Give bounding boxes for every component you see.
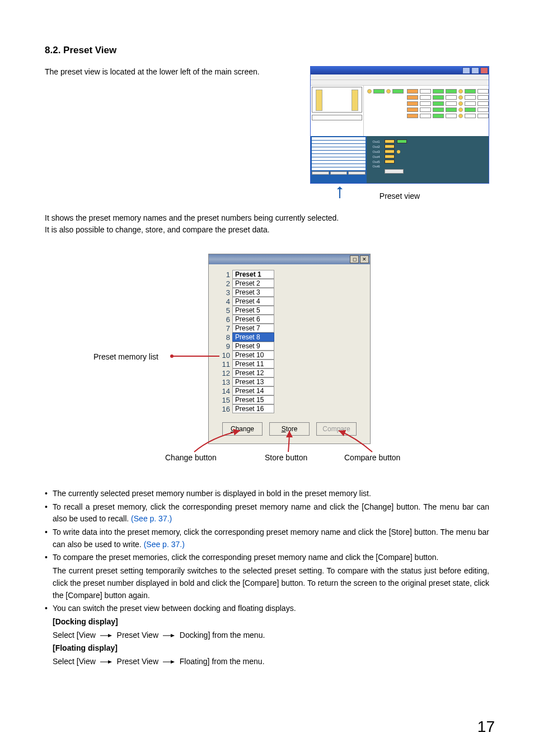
preset-list-row[interactable]: 15Preset 15	[220, 395, 362, 404]
preset-list-row[interactable]: 12Preset 12	[220, 368, 362, 377]
desc-line-2: It is also possible to change, store, an…	[45, 224, 489, 236]
preset-list-row[interactable]: 14Preset 14	[220, 386, 362, 395]
preset-name[interactable]: Preset 12	[232, 368, 274, 377]
arrow-right-icon	[100, 633, 113, 638]
bullet-4: To compare the preset memories, click th…	[53, 552, 489, 564]
preset-list-row[interactable]: 16Preset 16	[220, 404, 362, 413]
bullet-3: To write data into the preset memory, cl…	[53, 526, 489, 550]
preset-list-row[interactable]: 5Preset 5	[220, 306, 362, 315]
preset-number: 3	[220, 288, 230, 297]
bullet-dot: •	[45, 501, 53, 525]
floating-display-label: [Floating display]	[53, 643, 118, 652]
preset-number: 4	[220, 297, 230, 306]
bullet-dot: •	[45, 552, 53, 564]
label-compare-button: Compare button	[344, 453, 400, 462]
preset-list-row[interactable]: 1Preset 1	[220, 270, 362, 279]
preset-window-titlebar: ◻ ✕	[209, 254, 370, 264]
bullet-2: To recall a preset memory, click the cor…	[53, 501, 489, 525]
preset-list-row[interactable]: 2Preset 2	[220, 279, 362, 288]
preset-number: 11	[220, 360, 230, 368]
preset-name[interactable]: Preset 8	[232, 333, 274, 342]
label-preset-memory-list: Preset memory list	[93, 352, 158, 361]
preset-list-row[interactable]: 3Preset 3	[220, 288, 362, 297]
page-number: 17	[477, 718, 495, 736]
floating-instr: Select [View Preset View Floating] from …	[53, 656, 489, 668]
preset-name[interactable]: Preset 3	[232, 288, 274, 297]
preset-name[interactable]: Preset 11	[232, 360, 274, 368]
preset-number: 8	[220, 333, 230, 342]
preset-number: 1	[220, 270, 230, 279]
preset-name[interactable]: Preset 9	[232, 342, 274, 351]
arrow-right-icon	[163, 633, 175, 638]
bullet-dot: •	[45, 488, 53, 500]
main-screenshot: Out1 Out2 Out3 Out4 Out5 Out6	[310, 66, 489, 184]
preset-list-row[interactable]: 11Preset 11	[220, 360, 362, 368]
preset-name[interactable]: Preset 6	[232, 315, 274, 324]
preset-number: 10	[220, 351, 230, 360]
preset-name[interactable]: Preset 10	[232, 351, 274, 360]
preset-list-row[interactable]: 7Preset 7	[220, 324, 362, 333]
preset-number: 7	[220, 324, 230, 333]
link-see-p37-1[interactable]: (See p. 37.)	[131, 514, 172, 523]
arrow-right-icon	[100, 660, 113, 664]
change-button[interactable]: Change	[222, 422, 263, 436]
preset-name[interactable]: Preset 14	[232, 386, 274, 395]
preset-number: 16	[220, 405, 230, 413]
bullet-1: The currently selected preset memory num…	[53, 488, 489, 500]
arrow-right-icon	[163, 660, 175, 664]
callout-arrow-preset-view	[339, 187, 340, 198]
preset-list-row[interactable]: 10Preset 10	[220, 351, 362, 360]
preset-list-row[interactable]: 6Preset 6	[220, 315, 362, 324]
preset-number: 12	[220, 369, 230, 377]
preset-name[interactable]: Preset 15	[232, 395, 274, 404]
bullet-list: •The currently selected preset memory nu…	[45, 488, 489, 668]
preset-name[interactable]: Preset 4	[232, 297, 274, 306]
label-store-button: Store button	[265, 453, 307, 462]
screenshot-caption: Preset view	[380, 192, 420, 200]
preset-window: ◻ ✕ 1Preset 12Preset 23Preset 34Preset 4…	[208, 254, 371, 444]
docking-instr: Select [View Preset View Docking] from t…	[53, 629, 489, 642]
bullet-4-cont: The current preset setting temporarily s…	[53, 565, 489, 601]
preset-number: 9	[220, 342, 230, 351]
intro-text: The preset view is located at the lower …	[45, 66, 301, 78]
store-button[interactable]: Store	[269, 422, 310, 436]
preset-list-row[interactable]: 9Preset 9	[220, 342, 362, 351]
preset-list-row[interactable]: 13Preset 13	[220, 377, 362, 386]
preset-number: 2	[220, 279, 230, 288]
bullet-5: You can switch the preset view between d…	[53, 603, 489, 615]
bullet-dot: •	[45, 526, 53, 550]
preset-name[interactable]: Preset 1	[232, 270, 274, 279]
preset-name[interactable]: Preset 16	[232, 404, 274, 413]
preset-memory-list[interactable]: 1Preset 12Preset 23Preset 34Preset 45Pre…	[209, 264, 370, 417]
preset-number: 5	[220, 306, 230, 315]
preset-name[interactable]: Preset 2	[232, 279, 274, 288]
desc-line-1: It shows the preset memory names and the…	[45, 212, 489, 224]
docking-display-label: [Docking display]	[53, 617, 118, 626]
preset-name[interactable]: Preset 7	[232, 324, 274, 333]
preset-name[interactable]: Preset 5	[232, 306, 274, 315]
preset-list-row[interactable]: 8Preset 8	[220, 333, 362, 342]
compare-button[interactable]: Compare	[316, 422, 357, 436]
preset-list-row[interactable]: 4Preset 4	[220, 297, 362, 306]
preset-name[interactable]: Preset 13	[232, 377, 274, 386]
preset-number: 6	[220, 315, 230, 324]
section-heading: 8.2. Preset View	[45, 45, 489, 56]
dock-icon[interactable]: ◻	[350, 255, 359, 263]
preset-number: 13	[220, 378, 230, 386]
preset-number: 15	[220, 396, 230, 404]
label-change-button: Change button	[165, 453, 217, 462]
link-see-p37-2[interactable]: (See p. 37.)	[144, 540, 185, 549]
svg-point-1	[170, 354, 174, 358]
preset-number: 14	[220, 387, 230, 395]
close-icon[interactable]: ✕	[360, 255, 369, 263]
bullet-dot: •	[45, 603, 53, 615]
